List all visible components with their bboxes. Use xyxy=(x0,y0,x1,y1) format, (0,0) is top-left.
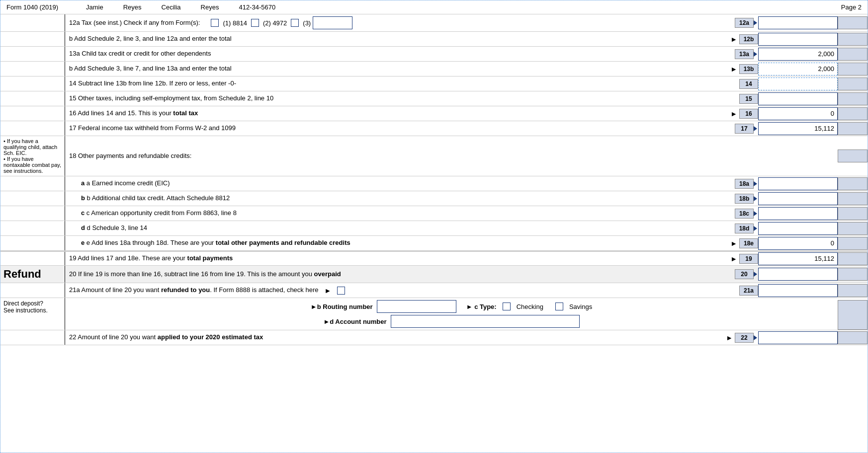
page-number: Page 2 xyxy=(841,3,862,11)
row-18c: c c American opportunity credit from For… xyxy=(0,206,868,221)
l20-right: 20 xyxy=(735,266,868,283)
row-19: 19 Add lines 17 and 18e. These are your … xyxy=(0,251,868,266)
l12b-value[interactable] xyxy=(758,33,838,46)
l19-label: 19 Add lines 17 and 18e. These are your … xyxy=(69,254,233,263)
checkbox-3[interactable] xyxy=(291,19,299,27)
l18b-gray xyxy=(838,192,868,205)
left-note-13a xyxy=(0,47,65,61)
l19-value[interactable]: 15,112 xyxy=(758,252,838,265)
row-13b: b Add Schedule 3, line 7, and line 13a a… xyxy=(0,62,868,76)
l12b-gray xyxy=(838,33,868,46)
l18a-value[interactable] xyxy=(758,177,838,190)
l18b-triangle xyxy=(754,196,757,201)
l17-num: 17 xyxy=(735,124,754,134)
l18e-right: ► 18e 0 xyxy=(728,236,868,250)
l14-right: 14 xyxy=(739,76,868,91)
l12a-check2: (2) 4972 xyxy=(263,19,287,27)
l20-value[interactable] xyxy=(758,268,838,281)
left-note-17 xyxy=(0,121,65,136)
row-15: 15 Other taxes, including self-employmen… xyxy=(0,91,868,106)
checking-checkbox[interactable] xyxy=(503,302,511,310)
l22-gray xyxy=(838,331,868,344)
routing-number-input[interactable] xyxy=(377,300,456,313)
l13b-gray xyxy=(838,63,868,76)
l15-value[interactable] xyxy=(758,92,838,105)
row-18a: a a Earned income credit (EIC) 18a xyxy=(0,176,868,191)
row-17-content: 17 Federal income tax withheld from Form… xyxy=(65,121,735,136)
l21a-value[interactable] xyxy=(758,284,838,297)
l18-header: 18 Other payments and refundable credits… xyxy=(69,151,191,160)
l12a-right: 12a xyxy=(735,14,868,31)
row-21bc: Direct deposit? See instructions. ►b Rou… xyxy=(0,298,868,330)
checkbox-4972[interactable] xyxy=(251,19,259,27)
l13b-num: 13b xyxy=(739,64,758,74)
l13a-num: 13a xyxy=(735,49,754,59)
l13a-value[interactable]: 2,000 xyxy=(758,48,838,61)
l13a-label: 13a Child tax credit or credit for other… xyxy=(69,49,211,58)
l15-right: 15 xyxy=(739,91,868,106)
l18a-right: 18a xyxy=(735,176,868,191)
tax-form-page: Form 1040 (2019) Jamie Reyes Cecilia Rey… xyxy=(0,0,868,453)
row-19-content: 19 Add lines 17 and 18e. These are your … xyxy=(65,252,728,265)
l13b-arrow: ► xyxy=(730,65,737,73)
l13a-right: 13a 2,000 xyxy=(735,47,868,61)
account-number-input[interactable] xyxy=(391,315,580,328)
row-12a: 12a Tax (see inst.) Check if any from Fo… xyxy=(0,14,868,32)
l16-num: 16 xyxy=(739,109,758,119)
row-18d: d d Schedule 3, line 14 18d xyxy=(0,221,868,236)
l17-gray xyxy=(838,122,868,135)
l18a-gray xyxy=(838,177,868,190)
l12a-value-box[interactable] xyxy=(758,16,838,29)
row-22-content: 22 Amount of line 20 you want applied to… xyxy=(65,330,724,345)
l13b-right: ► 13b 2,000 xyxy=(728,62,868,76)
l12a-check3: (3) xyxy=(303,19,311,27)
row-12b-content: b Add Schedule 2, line 3, and line 12a a… xyxy=(65,32,728,46)
l18e-label: e e Add lines 18a through 18d. These are… xyxy=(81,238,350,247)
left-note-18b xyxy=(0,191,65,206)
row-16: 16 Add lines 14 and 15. This is your tot… xyxy=(0,106,868,121)
l13b-value[interactable]: 2,000 xyxy=(758,63,838,76)
l18c-value[interactable] xyxy=(758,207,838,220)
l22-arrow: ► xyxy=(726,334,733,342)
left-note-18a xyxy=(0,176,65,191)
l21b-label: ►b Routing number xyxy=(311,303,373,310)
l18d-num: 18d xyxy=(735,224,754,233)
savings-checkbox[interactable] xyxy=(555,302,563,310)
l13a-triangle xyxy=(754,52,757,57)
l18e-value[interactable]: 0 xyxy=(758,237,838,250)
l18c-label: c c American opportunity credit from For… xyxy=(81,209,237,218)
savings-label: Savings xyxy=(569,303,592,310)
row-18e: e e Add lines 18a through 18d. These are… xyxy=(0,236,868,251)
l22-triangle xyxy=(754,335,757,340)
l12a-input-extra[interactable] xyxy=(313,16,352,29)
l14-label: 14 Subtract line 13b from line 12b. If z… xyxy=(69,79,236,88)
l12a-num: 12a xyxy=(735,18,754,28)
left-note-19 xyxy=(0,252,65,265)
l18a-triangle xyxy=(754,181,757,186)
l19-arrow: ► xyxy=(730,255,737,263)
row-13a: 13a Child tax credit or credit for other… xyxy=(0,47,868,62)
checkbox-8814[interactable] xyxy=(211,19,219,27)
l16-label: 16 Add lines 14 and 15. This is your tot… xyxy=(69,109,198,118)
l12a-check1: (1) 8814 xyxy=(223,19,247,27)
row-18-header: • If you have a qualifying child, attach… xyxy=(0,136,868,176)
l14-value[interactable] xyxy=(758,77,838,90)
l18-right-empty xyxy=(838,136,868,176)
l17-label: 17 Federal income tax withheld from Form… xyxy=(69,124,236,133)
l18d-value[interactable] xyxy=(758,222,838,235)
refund-label: Refund xyxy=(0,266,65,283)
l17-value[interactable]: 15,112 xyxy=(758,122,838,135)
row-17: 17 Federal income tax withheld from Form… xyxy=(0,121,868,136)
row-18c-content: c c American opportunity credit from For… xyxy=(65,206,735,221)
l19-num: 19 xyxy=(739,254,758,264)
l21a-num: 21a xyxy=(739,286,758,296)
l16-value[interactable]: 0 xyxy=(758,107,838,120)
l21a-checkbox[interactable] xyxy=(337,287,345,295)
l18c-gray xyxy=(838,207,868,220)
l18b-num: 18b xyxy=(735,194,754,204)
l18b-value[interactable] xyxy=(758,192,838,205)
l22-value[interactable] xyxy=(758,331,838,344)
middle-name: Reyes xyxy=(123,3,142,11)
row-22: 22 Amount of line 20 you want applied to… xyxy=(0,330,868,345)
l18b-right: 18b xyxy=(735,191,868,206)
